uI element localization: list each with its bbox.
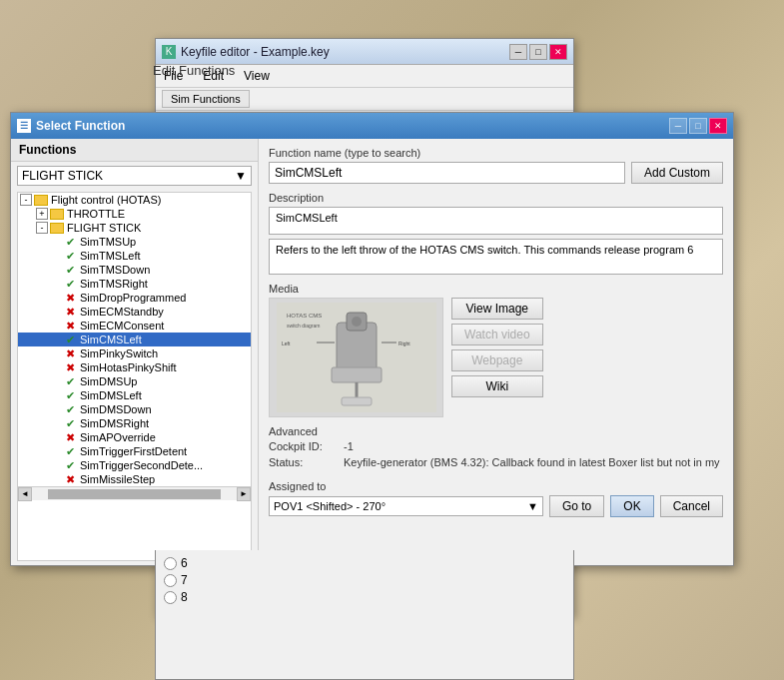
tree-item-label: SimMissileStep (80, 473, 155, 485)
svg-text:switch diagram: switch diagram (287, 323, 320, 329)
webpage-button[interactable]: Webpage (451, 349, 543, 371)
svg-text:Left: Left (282, 340, 291, 346)
radio-label: 6 (181, 556, 188, 570)
check-green-icon: ✔ (66, 375, 78, 387)
tree-expander[interactable]: - (20, 194, 32, 206)
check-red-icon: ✖ (66, 320, 78, 332)
ok-button[interactable]: OK (610, 495, 653, 517)
function-name-input[interactable] (269, 162, 625, 184)
tree-item[interactable]: ✖SimECMConsent (18, 319, 251, 333)
tree-item[interactable]: ✖SimAPOverride (18, 430, 251, 444)
tree-item[interactable]: ✔SimCMSLeft (18, 333, 251, 346)
radio-label: 7 (181, 573, 188, 587)
tree-item-label: SimECMStandby (80, 306, 164, 318)
select-function-dialog: ☰ Select Function ─ □ ✕ Functions FLIGHT… (10, 112, 734, 566)
tree-item-label: SimDMSLeft (80, 389, 142, 401)
cancel-button[interactable]: Cancel (660, 495, 723, 517)
tree-item-label: THROTTLE (67, 208, 125, 220)
tree-item-label: SimDropProgrammed (80, 292, 186, 304)
go-to-button[interactable]: Go to (549, 495, 604, 517)
keyfile-titlebar: K Keyfile editor - Example.key ─ □ ✕ (156, 39, 573, 65)
check-red-icon: ✖ (66, 473, 78, 485)
functions-header: Functions (11, 139, 258, 162)
add-custom-button[interactable]: Add Custom (631, 162, 723, 184)
tree-item[interactable]: ✔SimTriggerFirstDetent (18, 444, 251, 458)
flight-stick-dropdown[interactable]: FLIGHT STICK ▼ (17, 166, 252, 186)
tree-item[interactable]: ✖SimECMStandby (18, 305, 251, 319)
keyfile-icon: K (162, 45, 176, 59)
tree-item[interactable]: ✔SimTMSDown (18, 263, 251, 277)
status-row: Status: Keyfile-generator (BMS 4.32): Ca… (269, 456, 723, 468)
scroll-thumb[interactable] (48, 489, 221, 499)
dropdown-value: FLIGHT STICK (22, 169, 103, 183)
close-button[interactable]: ✕ (549, 44, 567, 60)
dialog-maximize-button[interactable]: □ (689, 118, 707, 134)
dialog-titlebar: ☰ Select Function ─ □ ✕ (11, 113, 733, 139)
tree-item[interactable]: ✔SimTriggerSecondDete... (18, 458, 251, 472)
view-image-button[interactable]: View Image (451, 298, 543, 320)
tree-item-label: SimCMSLeft (80, 334, 142, 345)
radio-button[interactable] (164, 557, 177, 570)
check-green-icon: ✔ (66, 389, 78, 401)
description-long: Refers to the left throw of the HOTAS CM… (269, 239, 723, 275)
media-content: HOTAS CMS switch diagram Left Right Vie (269, 298, 723, 417)
media-label: Media (269, 283, 723, 295)
tree-list[interactable]: -Flight control (HOTAS)+THROTTLE-FLIGHT … (18, 193, 251, 486)
tree-item[interactable]: ✔SimDMSRight (18, 416, 251, 430)
cockpit-id-row: Cockpit ID: -1 (269, 440, 723, 452)
tree-item[interactable]: ✖SimPinkySwitch (18, 346, 251, 360)
tree-item[interactable]: ✖SimHotasPinkyShift (18, 360, 251, 374)
scroll-left-btn[interactable]: ◄ (18, 487, 32, 501)
scroll-right-btn[interactable]: ► (237, 487, 251, 501)
assigned-dropdown[interactable]: POV1 <Shifted> - 270° ▼ (269, 496, 543, 516)
dialog-minimize-button[interactable]: ─ (669, 118, 687, 134)
tree-item[interactable]: +THROTTLE (18, 207, 251, 221)
sim-functions-button[interactable]: Sim Functions (162, 90, 250, 108)
bottom-panel: 678 (155, 550, 574, 680)
tree-item[interactable]: -Flight control (HOTAS) (18, 193, 251, 207)
tree-expander[interactable]: - (36, 222, 48, 234)
svg-rect-6 (342, 397, 372, 405)
minimize-button[interactable]: ─ (509, 44, 527, 60)
dialog-close-button[interactable]: ✕ (709, 118, 727, 134)
tree-item[interactable]: ✔SimDMSLeft (18, 388, 251, 402)
dialog-win-controls: ─ □ ✕ (669, 118, 727, 134)
radio-item[interactable]: 8 (164, 590, 565, 604)
tree-item[interactable]: ✔SimDMSUp (18, 374, 251, 388)
advanced-section: Advanced Cockpit ID: -1 Status: Keyfile-… (269, 425, 723, 472)
tree-item[interactable]: ✔SimTMSRight (18, 277, 251, 291)
cockpit-id-value: -1 (344, 440, 723, 452)
radio-item[interactable]: 6 (164, 556, 565, 570)
tree-item[interactable]: -FLIGHT STICK (18, 221, 251, 235)
function-name-label: Function name (type to search) (269, 147, 723, 159)
tree-item-label: SimPinkySwitch (80, 347, 158, 359)
tree-item[interactable]: ✔SimTMSLeft (18, 249, 251, 263)
tree-item[interactable]: ✔SimDMSDown (18, 402, 251, 416)
tree-item[interactable]: ✖SimDropProgrammed (18, 291, 251, 305)
tree-item-label: SimTMSDown (80, 264, 150, 276)
maximize-button[interactable]: □ (529, 44, 547, 60)
function-tree[interactable]: -Flight control (HOTAS)+THROTTLE-FLIGHT … (17, 192, 252, 561)
tree-item-label: SimTMSUp (80, 236, 136, 248)
tree-item[interactable]: ✖SimMissileStep (18, 472, 251, 486)
description-section: Description SimCMSLeft Refers to the lef… (269, 192, 723, 275)
svg-point-3 (352, 317, 362, 327)
tree-expander[interactable]: + (36, 208, 48, 220)
radio-button[interactable] (164, 591, 177, 604)
tree-item-label: SimTMSRight (80, 278, 148, 290)
watch-video-button[interactable]: Watch video (451, 324, 543, 345)
svg-rect-4 (332, 367, 382, 382)
menu-view[interactable]: View (240, 67, 274, 85)
radio-button[interactable] (164, 574, 177, 587)
tree-item-label: SimHotasPinkyShift (80, 361, 177, 373)
chevron-down-icon: ▼ (235, 169, 247, 183)
horizontal-scrollbar[interactable]: ◄ ► (18, 486, 251, 500)
tree-item-label: SimDMSRight (80, 417, 149, 429)
tree-item[interactable]: ✔SimTMSUp (18, 235, 251, 249)
dialog-body: Functions FLIGHT STICK ▼ -Flight control… (11, 139, 733, 565)
edit-functions-label: Edit Functions (153, 63, 235, 78)
folder-icon (50, 223, 64, 234)
assigned-to-row: POV1 <Shifted> - 270° ▼ Go to OK Cancel (269, 495, 723, 517)
wiki-button[interactable]: Wiki (451, 375, 543, 397)
radio-item[interactable]: 7 (164, 573, 565, 587)
